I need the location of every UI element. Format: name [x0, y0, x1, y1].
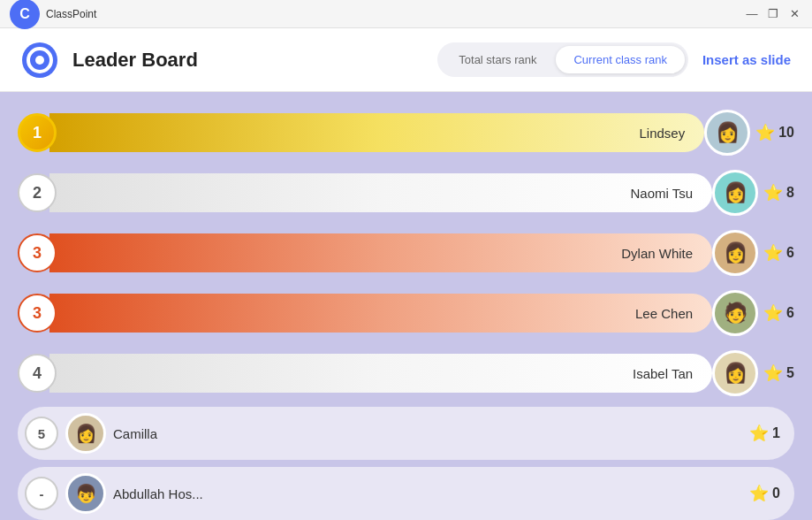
tab-total-stars[interactable]: Total stars rank	[441, 46, 554, 73]
leaderboard-row-dash: - 👦 Abdullah Hos... ⭐ 0	[18, 467, 794, 520]
avatar-2: 👩	[712, 170, 758, 216]
title-bar-controls: — ❐ ✕	[743, 5, 803, 23]
star-score-dash: ⭐ 0	[749, 484, 780, 503]
avatar-3a: 👩	[712, 230, 758, 276]
rank-badge-4: 4	[18, 354, 57, 393]
rank-badge-5: 5	[25, 417, 58, 450]
avatar-1: 👩	[704, 110, 750, 156]
leaderboard-row-4: 4 Isabel Tan 👩 ⭐ 5	[18, 347, 794, 400]
close-button[interactable]: ✕	[785, 5, 803, 23]
tab-current-class[interactable]: Current class rank	[556, 46, 684, 73]
star-score-4: ⭐ 5	[763, 363, 794, 383]
rank-badge-dash: -	[25, 477, 58, 510]
score-4: 5	[786, 365, 794, 381]
player-name-3a: Dylan White	[621, 246, 693, 261]
player-name-4: Isabel Tan	[633, 366, 693, 381]
score-1: 10	[778, 125, 794, 141]
title-bar: C ClassPoint — ❐ ✕	[0, 0, 812, 28]
star-icon-4: ⭐	[763, 363, 783, 383]
player-name-1: Lindsey	[640, 126, 686, 141]
avatar-dash: 👦	[65, 473, 106, 514]
leaderboard-row-3a: 3 Dylan White 👩 ⭐ 6	[18, 226, 794, 279]
svg-point-4	[35, 56, 44, 65]
svg-text:C: C	[19, 6, 30, 21]
avatar-5: 👩	[65, 413, 106, 454]
score-3a: 6	[786, 245, 794, 261]
star-score-1: ⭐ 10	[755, 123, 794, 142]
star-icon-2: ⭐	[763, 183, 783, 203]
bar-2: Naomi Tsu	[49, 173, 712, 212]
player-name-dash: Abdullah Hos...	[113, 486, 737, 501]
page-title: Leader Board	[72, 49, 423, 72]
bar-1: Lindsey	[49, 113, 704, 152]
star-score-3a: ⭐ 6	[763, 243, 794, 263]
restore-button[interactable]: ❐	[764, 5, 782, 23]
leaderboard-row-1: 1 Lindsey 👩 ⭐ 10	[18, 106, 794, 159]
player-name-3b: Lee Chen	[635, 306, 693, 321]
app-header: Leader Board Total stars rank Current cl…	[0, 28, 812, 92]
score-dash: 0	[772, 486, 780, 501]
app-name-titlebar: ClassPoint	[46, 8, 96, 20]
bar-3a: Dylan White	[49, 233, 712, 272]
bar-4: Isabel Tan	[49, 354, 712, 393]
minimize-button[interactable]: —	[743, 5, 761, 23]
leaderboard-row-5: 5 👩 Camilla ⭐ 1	[18, 407, 794, 460]
rank-badge-3a: 3	[18, 233, 57, 272]
star-icon-1: ⭐	[755, 123, 775, 142]
classpoint-logo	[21, 42, 58, 79]
leaderboard-row-2: 2 Naomi Tsu 👩 ⭐ 8	[18, 166, 794, 219]
title-bar-left: C ClassPoint	[9, 0, 96, 30]
star-score-3b: ⭐ 6	[763, 303, 794, 323]
leaderboard-row-3b: 3 Lee Chen 🧑 ⭐ 6	[18, 287, 794, 340]
star-score-2: ⭐ 8	[763, 183, 794, 203]
rank-badge-2: 2	[18, 173, 57, 212]
leaderboard-area: 1 Lindsey 👩 ⭐ 10 2 Naomi Tsu 👩 ⭐ 8 3 Dyl…	[0, 92, 812, 520]
score-3b: 6	[786, 305, 794, 321]
tab-switcher: Total stars rank Current class rank	[437, 42, 688, 77]
rank-badge-3b: 3	[18, 294, 57, 333]
score-5: 1	[772, 425, 780, 441]
score-2: 8	[786, 185, 794, 201]
insert-as-slide-button[interactable]: Insert as slide	[702, 47, 791, 73]
star-icon-3a: ⭐	[763, 243, 783, 263]
rank-badge-1: 1	[18, 113, 57, 152]
player-name-2: Naomi Tsu	[631, 186, 694, 201]
player-name-5: Camilla	[113, 426, 737, 441]
avatar-3b: 🧑	[712, 290, 758, 336]
bar-3b: Lee Chen	[49, 294, 712, 333]
avatar-4: 👩	[712, 350, 758, 396]
star-icon-5: ⭐	[749, 424, 769, 443]
star-icon-dash: ⭐	[749, 484, 769, 503]
star-icon-3b: ⭐	[763, 303, 783, 323]
classpoint-logo-small: C	[9, 0, 41, 30]
star-score-5: ⭐ 1	[749, 424, 780, 443]
